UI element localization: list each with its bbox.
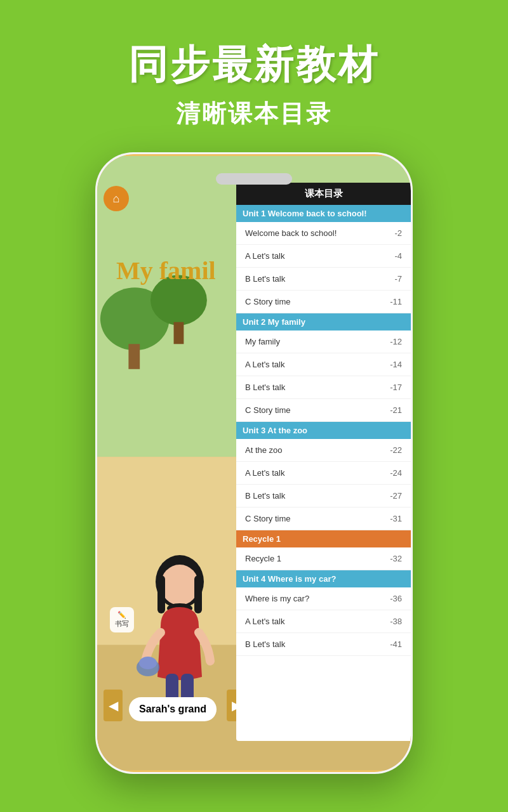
toc-item-label-12: A Let's talk (245, 468, 284, 478)
girl-character (129, 550, 231, 721)
toc-item-9[interactable]: C Story time-21 (236, 399, 411, 422)
writing-tool-icon[interactable]: ✏️ 书写 (110, 607, 134, 632)
toc-item-label-7: A Let's talk (245, 360, 284, 369)
toc-item-page-8: -17 (390, 383, 402, 392)
toc-item-label-2: A Let's talk (245, 251, 284, 261)
toc-item-page-6: -12 (390, 337, 402, 346)
toc-item-1[interactable]: Welcome back to school!-2 (236, 222, 411, 245)
toc-item-page-4: -11 (390, 297, 402, 306)
toc-item-page-11: -22 (390, 445, 402, 455)
toc-item-19[interactable]: A Let's talk-38 (236, 610, 411, 633)
toc-item-12[interactable]: A Let's talk-24 (236, 462, 411, 485)
toc-item-label-1: Welcome back to school! (245, 228, 337, 238)
toc-item-page-16: -32 (390, 554, 402, 563)
svg-rect-4 (128, 344, 140, 369)
toc-item-16[interactable]: Recycle 1-32 (236, 547, 411, 570)
toc-item-page-13: -27 (390, 491, 402, 501)
toc-item-page-2: -4 (394, 251, 402, 261)
book-title-text: My famil (116, 256, 216, 285)
toc-item-8[interactable]: B Let's talk-17 (236, 376, 411, 399)
toc-item-label-20: B Let's talk (245, 639, 285, 649)
toc-item-page-19: -38 (390, 617, 402, 626)
svg-rect-24 (157, 575, 165, 613)
svg-point-23 (161, 565, 199, 605)
home-icon: ⌂ (113, 192, 120, 206)
pencil-icon: ✏️ (115, 611, 129, 619)
toc-item-label-19: A Let's talk (245, 617, 284, 626)
toc-item-label-3: B Let's talk (245, 274, 285, 284)
phone-inner: My famil (97, 154, 411, 772)
main-title: 同步最新教材 (0, 38, 508, 91)
toc-item-label-16: Recycle 1 (245, 554, 281, 563)
toc-panel: 课本目录 Unit 1 Welcome back to school!Welco… (236, 183, 411, 741)
speech-bubble: Sarah's grand (129, 697, 217, 721)
toc-item-label-14: C Story time (245, 514, 291, 523)
toc-item-3[interactable]: B Let's talk-7 (236, 268, 411, 291)
toc-item-label-6: My family (245, 337, 280, 346)
toc-item-14[interactable]: C Story time-31 (236, 508, 411, 530)
toc-item-page-3: -7 (394, 274, 402, 284)
toc-item-7[interactable]: A Let's talk-14 (236, 353, 411, 376)
toc-item-label-4: C Story time (245, 297, 291, 306)
nav-prev-button[interactable]: ◀ (104, 690, 123, 721)
svg-point-33 (139, 657, 157, 669)
toc-unit-header-10: Unit 3 At the zoo (236, 422, 411, 439)
sub-title: 清晰课本目录 (0, 98, 508, 130)
toc-item-page-18: -36 (390, 594, 402, 603)
toc-item-4[interactable]: C Story time-11 (236, 291, 411, 313)
toc-item-label-13: B Let's talk (245, 491, 285, 501)
phone-frame: My famil (95, 152, 413, 774)
toc-item-label-8: B Let's talk (245, 383, 285, 392)
toc-unit4-header-17: Unit 4 Where is my car? (236, 570, 411, 587)
toc-item-page-7: -14 (390, 360, 402, 369)
svg-rect-6 (174, 322, 184, 344)
phone-top-bar (216, 173, 292, 185)
home-button[interactable]: ⌂ (104, 186, 129, 211)
toc-item-13[interactable]: B Let's talk-27 (236, 485, 411, 508)
toc-item-label-9: C Story time (245, 405, 291, 415)
toc-item-11[interactable]: At the zoo-22 (236, 439, 411, 462)
toc-item-page-14: -31 (390, 514, 402, 523)
toc-item-2[interactable]: A Let's talk-4 (236, 245, 411, 268)
header-section: 同步最新教材 清晰课本目录 (0, 0, 508, 149)
svg-rect-25 (194, 575, 202, 613)
toc-item-label-11: At the zoo (245, 445, 283, 455)
phone-container: My famil (95, 152, 413, 774)
left-arrow-icon: ◀ (109, 698, 118, 713)
toc-item-20[interactable]: B Let's talk-41 (236, 633, 411, 656)
toc-unit-header-0: Unit 1 Welcome back to school! (236, 205, 411, 222)
toc-unit-header-5: Unit 2 My family (236, 313, 411, 331)
toc-item-label-18: Where is my car? (245, 594, 309, 603)
toc-recycle-header-15: Recycle 1 (236, 530, 411, 547)
toc-item-page-1: -2 (394, 228, 402, 238)
toc-header: 课本目录 (236, 183, 411, 205)
toc-item-18[interactable]: Where is my car?-36 (236, 587, 411, 610)
toc-item-page-20: -41 (390, 639, 402, 649)
toc-item-page-12: -24 (390, 468, 402, 478)
writing-label: 书写 (115, 619, 129, 629)
toc-item-6[interactable]: My family-12 (236, 331, 411, 353)
toc-item-page-9: -21 (390, 405, 402, 415)
